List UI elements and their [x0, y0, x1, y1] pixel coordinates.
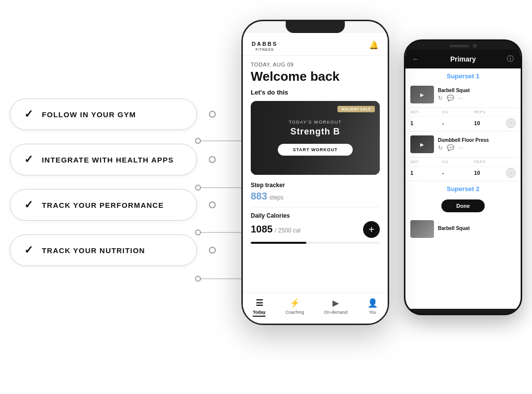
nav-coaching-icon: ⚡ [290, 298, 300, 308]
set-values-2: 1 - 10 › [405, 166, 521, 181]
set-num-1: 1 [410, 120, 442, 126]
exercise-3-name: Barbell Squat [438, 226, 469, 231]
feature-item-nutrition: ✓ TRACK YOUR NUTRITION [10, 234, 207, 266]
start-workout-button[interactable]: START WORKOUT [278, 144, 352, 156]
exercise-3-section: Barbell Squat [405, 217, 521, 241]
step-count-display: 883 steps [251, 191, 380, 202]
feature-pill-nutrition: ✓ TRACK YOUR NUTRITION [10, 234, 197, 266]
nav-today-icon: ☰ [256, 298, 263, 308]
check-icon-performance: ✓ [24, 198, 33, 211]
set-col-reps-2: REPS [474, 160, 506, 164]
check-icon-nutrition: ✓ [24, 244, 33, 257]
phone2-info-icon[interactable]: ⓘ [507, 55, 514, 64]
exercise-actions-barbell-squat: ↻ 💬 ··· [438, 95, 516, 101]
check-icon-follow-gym: ✓ [24, 108, 33, 121]
feature-pill-integrate: ✓ INTEGRATE WITH HEALTH APPS [10, 144, 197, 175]
nav-you-icon: 👤 [367, 298, 378, 308]
lets-do-this-label: Let's do this [251, 89, 380, 96]
connector-dot-follow-gym [209, 111, 216, 118]
exercise-name-barbell-squat: Barbell Squat [438, 88, 516, 93]
step-count-value: 883 [251, 191, 267, 201]
check-icon-integrate: ✓ [24, 153, 33, 166]
phone2-header: ← Primary ⓘ [405, 50, 521, 68]
phone2-camera [473, 44, 477, 48]
superset1-header: Superset 1 [405, 68, 521, 82]
workout-type-label: TODAY'S WORKOUT [289, 120, 342, 125]
date-label: TODAY, AUG 09 [251, 62, 380, 67]
refresh-icon[interactable]: ↻ [438, 95, 443, 101]
set-headers-2: SET KG REPS [405, 158, 521, 166]
set-reps-2: 10 [474, 170, 506, 176]
more-icon-2[interactable]: ··· [458, 144, 463, 151]
calories-section-label: Daily Calories [251, 212, 380, 219]
nav-today[interactable]: ☰ Today [253, 298, 266, 317]
phone2-screen: ← Primary ⓘ Superset 1 Barbell Squat ↻ 💬… [405, 50, 521, 309]
brand-subtitle: FITNESS [252, 48, 278, 51]
workout-card-bg: HOLIDAY SALE TODAY'S WORKOUT Strength B … [251, 101, 380, 175]
refresh-icon-2[interactable]: ↻ [438, 144, 443, 151]
more-icon[interactable]: ··· [458, 95, 463, 101]
step-tracker-section: Step tracker 883 steps [251, 182, 380, 202]
bottom-navigation: ☰ Today ⚡ Coaching ▶ On-demand 👤 You [243, 293, 388, 324]
exercise-item-dumbbell-press: Dumbbell Floor Press ↻ 💬 ··· [405, 131, 521, 158]
nav-coaching[interactable]: ⚡ Coaching [285, 298, 304, 317]
set-num-2: 1 [410, 170, 442, 176]
superset2-header: Superset 2 [405, 181, 521, 195]
exercise-actions-dumbbell-press: ↻ 💬 ··· [438, 144, 516, 151]
brand-logo: DABBS FITNESS [252, 39, 278, 51]
feature-label-performance: TRACK YOUR PERFORMANCE [42, 201, 164, 209]
feature-pill-follow-gym: ✓ FOLLOW IN YOUR GYM [10, 98, 197, 130]
sale-badge: HOLIDAY SALE [337, 106, 375, 112]
svg-point-7 [196, 276, 200, 281]
feature-label-follow-gym: FOLLOW IN YOUR GYM [42, 110, 136, 119]
nav-today-label: Today [253, 310, 266, 317]
nav-you[interactable]: 👤 You [367, 298, 378, 317]
connector-dot-nutrition [209, 247, 216, 254]
feature-label-nutrition: TRACK YOUR NUTRITION [42, 246, 145, 255]
connector-dot-integrate [209, 156, 216, 163]
phone-header: DABBS FITNESS 🔔 [243, 33, 388, 56]
feature-item-integrate: ✓ INTEGRATE WITH HEALTH APPS [10, 144, 207, 175]
calories-current: 1085 [251, 224, 273, 234]
comment-icon[interactable]: 💬 [447, 95, 454, 101]
set-col-kg: KG [442, 110, 474, 114]
done-button[interactable]: Done [441, 199, 485, 212]
feature-label-integrate: INTEGRATE WITH HEALTH APPS [42, 156, 174, 164]
calories-row: 1085 / 2500 cal + [251, 221, 380, 238]
workout-card[interactable]: HOLIDAY SALE TODAY'S WORKOUT Strength B … [251, 101, 380, 175]
feature-item-performance: ✓ TRACK YOUR PERFORMANCE [10, 189, 207, 221]
connector-dot-performance [209, 201, 216, 208]
phone-content: TODAY, AUG 09 Welcome back Let's do this… [243, 56, 388, 293]
calories-progress-fill [251, 242, 306, 244]
done-button-container: Done [405, 197, 521, 215]
exercise-thumb-dumbbell-press [410, 135, 434, 153]
workout-title: Strength B [291, 127, 340, 137]
nav-ondemand[interactable]: ▶ On-demand [324, 298, 348, 317]
comment-icon-2[interactable]: 💬 [447, 144, 454, 151]
section-divider [251, 207, 380, 207]
welcome-text: Welcome back [251, 69, 380, 84]
set-reps-1: 10 [474, 120, 506, 126]
exercise-info-dumbbell-press: Dumbbell Floor Press ↻ 💬 ··· [438, 137, 516, 151]
calories-progress-bar [251, 242, 380, 244]
set-check-1[interactable]: › [506, 118, 516, 128]
set-kg-2: - [442, 170, 474, 176]
notification-icon[interactable]: 🔔 [369, 40, 379, 50]
set-col-set: SET [410, 110, 442, 114]
brand-name: DABBS [252, 41, 278, 47]
phone-notch-main [286, 21, 345, 33]
nav-you-label: You [369, 310, 376, 315]
phone-screen-main: DABBS FITNESS 🔔 TODAY, AUG 09 Welcome ba… [243, 33, 388, 324]
phone2-title: Primary [450, 55, 476, 63]
exercise-item-barbell-squat: Barbell Squat ↻ 💬 ··· [405, 82, 521, 108]
exercise-name-dumbbell-press: Dumbbell Floor Press [438, 137, 516, 143]
back-icon[interactable]: ← [412, 55, 419, 63]
calories-section: Daily Calories 1085 / 2500 cal + [251, 212, 380, 244]
exercise-thumb-3 [410, 220, 434, 238]
set-check-2[interactable]: › [506, 168, 516, 178]
feature-pill-performance: ✓ TRACK YOUR PERFORMANCE [10, 189, 197, 221]
add-calories-button[interactable]: + [363, 221, 380, 238]
step-unit-label: steps [269, 194, 284, 201]
exercise-thumb-barbell-squat [410, 86, 434, 103]
calories-max: 2500 cal [278, 227, 300, 234]
